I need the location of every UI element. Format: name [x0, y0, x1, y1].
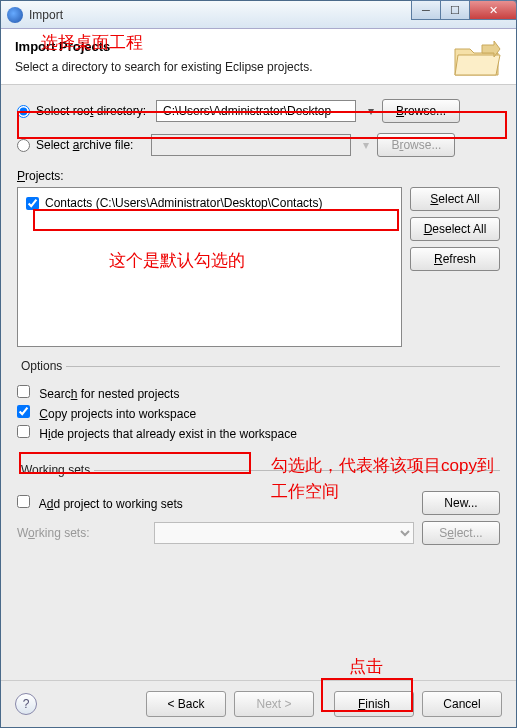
select-all-button[interactable]: Select All — [410, 187, 500, 211]
add-ws-checkbox[interactable] — [17, 495, 30, 508]
new-working-set-button[interactable]: New... — [422, 491, 500, 515]
dropdown-icon[interactable]: ▾ — [368, 104, 374, 118]
options-legend: Options — [17, 359, 66, 373]
page-subtitle: Select a directory to search for existin… — [15, 60, 502, 74]
titlebar: Import ─ ☐ ✕ — [1, 1, 516, 29]
nested-checkbox[interactable] — [17, 385, 30, 398]
browse-archive-button: Browse... — [377, 133, 455, 157]
root-directory-radio[interactable] — [17, 105, 30, 118]
wizard-footer: ? < Back Next > Finish Cancel — [1, 680, 516, 727]
working-sets-group: Working sets Add project to working sets… — [17, 463, 500, 551]
minimize-button[interactable]: ─ — [411, 0, 441, 20]
maximize-button[interactable]: ☐ — [440, 0, 470, 20]
refresh-button[interactable]: Refresh — [410, 247, 500, 271]
working-sets-combo — [154, 522, 414, 544]
archive-file-input — [151, 134, 351, 156]
working-sets-label: Working sets: — [17, 526, 146, 540]
help-icon[interactable]: ? — [15, 693, 37, 715]
root-directory-input[interactable] — [156, 100, 356, 122]
projects-label: Projects: — [17, 169, 500, 183]
dropdown-icon: ▾ — [363, 138, 369, 152]
archive-file-radio-label[interactable]: Select archive file: — [17, 138, 133, 152]
close-button[interactable]: ✕ — [469, 0, 517, 20]
copy-projects-option[interactable]: Copy projects into workspace — [17, 405, 196, 421]
root-directory-radio-label[interactable]: Select root directory: — [17, 104, 146, 118]
hide-projects-option[interactable]: Hide projects that already exist in the … — [17, 425, 297, 441]
eclipse-icon — [7, 7, 23, 23]
folder-import-icon — [452, 39, 502, 79]
deselect-all-button[interactable]: Deselect All — [410, 217, 500, 241]
import-dialog: Import ─ ☐ ✕ Import Projects Select a di… — [0, 0, 517, 728]
cancel-button[interactable]: Cancel — [422, 691, 502, 717]
options-group: Options Search for nested projects Copy … — [17, 359, 500, 445]
select-working-set-button: Select... — [422, 521, 500, 545]
archive-file-radio[interactable] — [17, 139, 30, 152]
project-checkbox[interactable] — [26, 197, 39, 210]
list-item[interactable]: Contacts (C:\Users\Administrator\Desktop… — [24, 194, 395, 212]
hide-checkbox[interactable] — [17, 425, 30, 438]
add-working-set-option[interactable]: Add project to working sets — [17, 495, 422, 511]
finish-button[interactable]: Finish — [334, 691, 414, 717]
browse-root-button[interactable]: BBrowse...rowse... — [382, 99, 460, 123]
projects-list[interactable]: Contacts (C:\Users\Administrator\Desktop… — [17, 187, 402, 347]
nested-projects-option[interactable]: Search for nested projects — [17, 385, 179, 401]
project-label: Contacts (C:\Users\Administrator\Desktop… — [45, 196, 322, 210]
working-sets-legend: Working sets — [17, 463, 94, 477]
wizard-header: Import Projects Select a directory to se… — [1, 29, 516, 85]
back-button[interactable]: < Back — [146, 691, 226, 717]
next-button: Next > — [234, 691, 314, 717]
page-title: Import Projects — [15, 39, 502, 54]
copy-checkbox[interactable] — [17, 405, 30, 418]
